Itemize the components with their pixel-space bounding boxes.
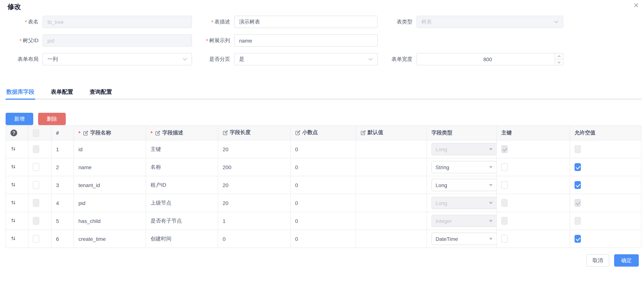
- row-select-checkbox[interactable]: [33, 163, 39, 171]
- form-item-pagination: 是否分页 是: [192, 53, 378, 65]
- cell-drag: [6, 212, 28, 230]
- allow-null-checkbox[interactable]: [574, 235, 581, 243]
- cell-field-type: DateTime: [427, 230, 497, 248]
- decrement-button[interactable]: [555, 59, 563, 65]
- primary-key-checkbox[interactable]: [501, 235, 508, 243]
- cell-field-type: Long: [427, 194, 497, 212]
- table-desc-input[interactable]: [234, 16, 378, 28]
- column-header-index: #: [51, 126, 74, 140]
- chevron-down-icon: [183, 58, 187, 60]
- form-item-form-width: 表单宽度: [378, 53, 563, 65]
- primary-key-checkbox[interactable]: [501, 163, 508, 171]
- cell-field-name: pid: [74, 194, 146, 212]
- cell-field-desc: 创建时间: [146, 230, 218, 248]
- tab-bar: 数据库字段 表单配置 查询配置: [6, 84, 642, 100]
- cell-primary-key: [497, 158, 570, 176]
- drag-sort-icon[interactable]: [10, 218, 16, 223]
- cell-row-select: [28, 140, 51, 158]
- increment-button[interactable]: [555, 54, 563, 59]
- drag-sort-icon[interactable]: [10, 146, 16, 152]
- form-item-form-layout: 表单布局 一列: [5, 53, 192, 65]
- cell-decimal-point: 0: [290, 230, 356, 248]
- cell-allow-null: [570, 158, 641, 176]
- tree-display-col-input[interactable]: [234, 34, 378, 47]
- cell-field-length: 1: [218, 212, 290, 230]
- drag-sort-icon[interactable]: [10, 236, 16, 241]
- help-icon[interactable]: ?: [10, 130, 17, 136]
- cell-drag: [6, 140, 28, 158]
- column-header-field-length: 字段长度: [218, 126, 290, 140]
- cell-field-type: Long: [427, 176, 497, 194]
- tree-display-col-label: *树展示列: [192, 37, 234, 44]
- cell-decimal-point: 0: [290, 176, 356, 194]
- allow-null-checkbox[interactable]: [574, 163, 581, 171]
- required-star: *: [206, 38, 208, 44]
- cell-field-length: 20: [218, 176, 290, 194]
- caret-down-icon: [489, 238, 493, 240]
- form-width-input[interactable]: [416, 53, 563, 65]
- fields-table: ?#*字段名称*字段描述字段长度小数点默认值字段类型主键允许空值 1id主键20…: [6, 126, 642, 248]
- confirm-button[interactable]: 确定: [614, 254, 639, 266]
- table-meta-form: *表名 *表描述 表类型 树表 *树父ID: [0, 0, 644, 65]
- form-layout-select[interactable]: 一列: [42, 53, 192, 65]
- add-row-button[interactable]: 新增: [6, 113, 33, 125]
- drag-sort-icon[interactable]: [10, 182, 16, 187]
- edit-icon: [155, 130, 161, 136]
- field-table-body: 1id主键200Long2name名称2000String3tenant_id租…: [6, 140, 641, 248]
- drag-sort-icon[interactable]: [10, 200, 16, 205]
- edit-icon: [295, 130, 301, 136]
- allow-null-checkbox[interactable]: [574, 181, 581, 189]
- cell-field-name: name: [74, 158, 146, 176]
- cell-field-name: create_time: [74, 230, 146, 248]
- close-icon[interactable]: ×: [634, 1, 639, 10]
- form-width-label: 表单宽度: [378, 56, 416, 62]
- primary-key-checkbox[interactable]: [501, 181, 508, 189]
- field-type-select: Long: [432, 197, 497, 209]
- tab-database-fields[interactable]: 数据库字段: [6, 84, 35, 98]
- cell-field-length: 200: [218, 158, 290, 176]
- column-header-select-all: [28, 126, 51, 140]
- cancel-button[interactable]: 取消: [586, 254, 609, 266]
- row-select-checkbox[interactable]: [33, 181, 39, 189]
- table-toolbar: 新增 删除: [6, 113, 642, 125]
- form-item-table-name: *表名: [5, 16, 192, 28]
- required-star: *: [78, 130, 80, 136]
- primary-key-checkbox: [501, 217, 508, 225]
- cell-row-select: [28, 230, 51, 248]
- row-select-checkbox[interactable]: [33, 235, 39, 243]
- cell-field-type: String: [427, 158, 497, 176]
- drag-sort-icon[interactable]: [10, 164, 16, 169]
- table-row: 5has_child是否有子节点10Integer: [6, 212, 641, 230]
- form-item-table-desc: *表描述: [192, 16, 378, 28]
- required-star: *: [25, 19, 27, 25]
- tree-parent-id-input: [42, 34, 192, 47]
- pagination-select[interactable]: 是: [234, 53, 378, 65]
- tab-form-config[interactable]: 表单配置: [50, 84, 74, 98]
- allow-null-checkbox: [574, 145, 581, 153]
- cell-primary-key: [497, 194, 570, 212]
- required-star: *: [20, 38, 22, 44]
- required-star: *: [211, 19, 213, 25]
- edit-icon: [83, 130, 89, 136]
- field-type-select[interactable]: Long: [432, 179, 497, 191]
- row-select-checkbox: [33, 145, 39, 153]
- cell-default-value: [356, 176, 427, 194]
- cell-drag: [6, 230, 28, 248]
- table-header-row: ?#*字段名称*字段描述字段长度小数点默认值字段类型主键允许空值: [6, 126, 641, 140]
- cell-primary-key: [497, 176, 570, 194]
- form-item-tree-display-col: *树展示列: [192, 34, 378, 47]
- cell-field-length: 20: [218, 140, 290, 158]
- form-layout-label: 表单布局: [5, 56, 42, 62]
- field-type-select[interactable]: String: [432, 161, 497, 173]
- table-type-label: 表类型: [378, 18, 416, 25]
- cell-primary-key: [497, 212, 570, 230]
- delete-row-button[interactable]: 删除: [38, 113, 66, 125]
- cell-decimal-point: 0: [290, 158, 356, 176]
- cell-index: 6: [51, 230, 74, 248]
- table-desc-label: *表描述: [192, 18, 234, 25]
- tab-query-config[interactable]: 查询配置: [89, 84, 113, 98]
- field-type-select[interactable]: DateTime: [432, 233, 497, 245]
- table-row: 1id主键200Long: [6, 140, 641, 158]
- primary-key-checkbox: [501, 145, 508, 153]
- cell-field-desc: 主键: [146, 140, 218, 158]
